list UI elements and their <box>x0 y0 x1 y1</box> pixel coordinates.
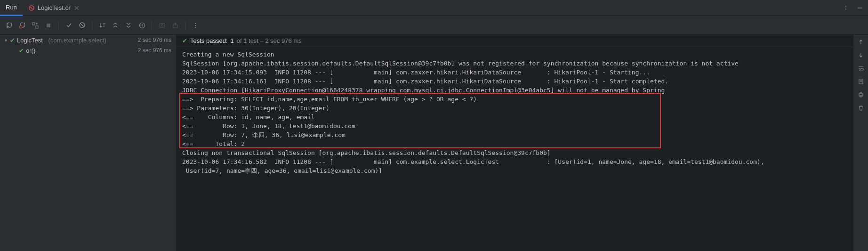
more-vertical-icon[interactable] <box>843 5 849 11</box>
run-toolbar <box>0 16 868 35</box>
svg-point-2 <box>845 8 846 8</box>
log-line: <== Row: 1, Jone, 18, test1@baomidou.com <box>182 122 355 130</box>
svg-rect-7 <box>47 24 50 27</box>
svg-point-13 <box>195 23 196 24</box>
expand-all-icon[interactable] <box>111 21 120 30</box>
svg-rect-10 <box>160 24 165 27</box>
tab-run-label: Run <box>6 4 17 11</box>
svg-point-3 <box>845 9 846 10</box>
tab-file-label: LogicTest.or <box>38 4 71 11</box>
log-line: 2023-10-06 17:34:15.093 INFO 11208 --- [… <box>182 69 650 76</box>
camera-icon[interactable] <box>158 21 166 30</box>
tab-bar: Run LogicTest.or <box>0 0 868 16</box>
svg-point-15 <box>195 27 196 28</box>
tree-child-name: or() <box>26 47 35 54</box>
trash-icon[interactable] <box>858 105 864 111</box>
tree-root-pkg: (com.example.select) <box>48 37 107 44</box>
log-line: <== Row: 7, 李四, 36, lisi@example.com <box>182 131 346 138</box>
test-tree: ▾ ✔ LogicTest (com.example.select) 2 sec… <box>0 35 177 251</box>
print-icon[interactable] <box>858 91 864 98</box>
log-line: Closing non transactional SqlSession [or… <box>182 149 551 156</box>
scroll-up-icon[interactable] <box>858 39 864 45</box>
log-line: User(id=7, name=李四, age=36, email=lisi@e… <box>182 167 382 174</box>
soft-wrap-icon[interactable] <box>858 65 864 72</box>
stop-icon[interactable] <box>44 21 53 30</box>
sort-icon[interactable] <box>98 21 106 30</box>
tree-root-name: LogicTest <box>17 37 43 44</box>
svg-point-1 <box>845 6 846 7</box>
check-icon: ✔ <box>10 37 15 44</box>
show-ignored-icon[interactable] <box>78 21 86 30</box>
console-output[interactable]: Creating a new SqlSession SqlSession [or… <box>177 47 853 178</box>
log-line: Creating a new SqlSession <box>182 51 274 58</box>
log-line: ==> Preparing: SELECT id,name,age,email … <box>182 96 477 103</box>
svg-point-14 <box>195 25 196 26</box>
scroll-down-icon[interactable] <box>858 52 864 58</box>
tree-child-dur: 2 sec 976 ms <box>138 47 171 54</box>
minimize-icon[interactable] <box>857 5 863 11</box>
more-vertical-icon[interactable] <box>191 21 200 30</box>
log-line: <== Columns: id, name, age, email <box>182 113 315 121</box>
tree-row-child[interactable]: ✔ or() 2 sec 976 ms <box>0 45 176 56</box>
file-icon <box>28 5 35 11</box>
toggle-auto-test-icon[interactable] <box>31 21 40 30</box>
console-gutter <box>853 35 868 251</box>
history-icon[interactable] <box>137 21 146 30</box>
tree-root-dur: 2 sec 976 ms <box>138 37 171 43</box>
svg-point-11 <box>161 24 163 26</box>
tab-run[interactable]: Run <box>0 0 23 16</box>
log-line: SqlSession [org.apache.ibatis.session.de… <box>182 60 739 67</box>
tab-file[interactable]: LogicTest.or <box>23 0 85 16</box>
status-count: 1 <box>231 37 234 44</box>
status-bar: ✔ Tests passed: 1 of 1 test – 2 sec 976 … <box>177 35 853 47</box>
svg-rect-6 <box>36 26 38 28</box>
svg-point-4 <box>19 25 22 28</box>
log-line: 2023-10-06 17:34:16.161 INFO 11208 --- [… <box>182 78 668 85</box>
status-suffix: of 1 test – 2 sec 976 ms <box>237 37 302 44</box>
console: ✔ Tests passed: 1 of 1 test – 2 sec 976 … <box>177 35 853 251</box>
chevron-down-icon: ▾ <box>5 38 7 43</box>
status-prefix: Tests passed: <box>190 37 228 44</box>
svg-rect-17 <box>860 92 862 94</box>
log-line: JDBC Connection [HikariProxyConnection@1… <box>182 87 665 94</box>
check-icon: ✔ <box>182 37 187 44</box>
tree-row-root[interactable]: ▾ ✔ LogicTest (com.example.select) 2 sec… <box>0 35 176 45</box>
check-icon: ✔ <box>19 47 24 54</box>
log-line: 2023-10-06 17:34:16.582 INFO 11208 --- [… <box>182 158 764 165</box>
scroll-to-end-icon[interactable] <box>858 78 864 85</box>
collapse-all-icon[interactable] <box>124 21 133 30</box>
rerun-icon[interactable] <box>5 21 13 30</box>
log-line: ==> Parameters: 30(Integer), 20(Integer) <box>182 105 330 112</box>
rerun-failed-icon[interactable] <box>18 21 26 30</box>
svg-rect-5 <box>32 23 35 25</box>
main-panel: ▾ ✔ LogicTest (com.example.select) 2 sec… <box>0 35 868 251</box>
close-icon[interactable] <box>74 6 79 10</box>
export-icon[interactable] <box>171 21 179 30</box>
log-line: <== Total: 2 <box>182 140 245 147</box>
show-passed-icon[interactable] <box>64 21 73 30</box>
